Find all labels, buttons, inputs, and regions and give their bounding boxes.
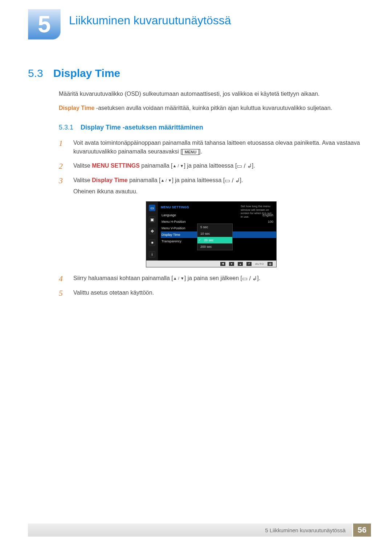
up-down-triangle-icon: ▲ / ▼ — [173, 275, 184, 282]
up-arrow-icon: ▲ — [238, 262, 243, 266]
step-2-body: Valitse MENU SETTINGS painamalla [▲ / ▼]… — [73, 161, 364, 171]
step-2-text-d: ]. — [252, 163, 255, 169]
step-2-text-a: Valitse — [73, 163, 92, 169]
osd-popup-option: 20 sec — [197, 237, 232, 243]
step-4-text-a: Siirry haluamaasi kohtaan painamalla [ — [73, 275, 173, 281]
info-icon: i — [149, 251, 155, 258]
step-4-text-c: ]. — [257, 275, 260, 281]
step-3-text-c: ] ja paina laitteessa [ — [172, 177, 225, 183]
osd-tip: Set how long the menu window will remain… — [241, 205, 274, 218]
step-3-bold: Display Time — [92, 177, 127, 183]
step-3-extra: Oheinen ikkuna avautuu. — [73, 187, 364, 196]
page-footer: 5 Liikkuminen kuvaruutunäytössä 56 — [28, 524, 371, 537]
step-3-text-a: Valitse — [73, 177, 92, 183]
step-number-1: 1 — [59, 139, 66, 157]
osd-popup: 5 sec10 sec20 sec200 sec — [197, 223, 233, 250]
down-arrow-icon: ▼ — [229, 262, 234, 266]
osd-popup-option: 5 sec — [197, 224, 232, 230]
step-1-text-b: ]. — [199, 148, 202, 155]
step-2-text-c: ] ja paina laitteessa [ — [184, 163, 237, 169]
picture-icon: ▣ — [149, 216, 155, 223]
step-number-2: 2 — [59, 161, 66, 171]
monitor-icon: ▭ — [149, 205, 155, 211]
step-number-4: 4 — [59, 274, 66, 283]
step-3-body: Valitse Display Time painamalla [▲ / ▼] … — [73, 176, 364, 196]
osd-screenshot: ▭ ▣ ✥ ✷ i MENU SETTINGS LanguageEnglishM… — [146, 201, 364, 267]
section-title: Display Time — [53, 67, 121, 79]
intro-rest: -asetuksen avulla voidaan määrittää, kui… — [94, 105, 332, 111]
footer-breadcrumb: 5 Liikkuminen kuvaruutunäytössä — [265, 527, 346, 533]
step-2-text-b: painamalla [ — [140, 163, 173, 169]
intro-paragraph-2: Display Time -asetuksen avulla voidaan m… — [59, 104, 364, 113]
step-number-5: 5 — [59, 288, 66, 298]
section-number: 5.3 — [28, 67, 43, 79]
box-enter-icon: ▭ / ↲ — [242, 274, 257, 283]
osd-sidebar: ▭ ▣ ✥ ✷ i — [146, 202, 158, 260]
step-number-3: 3 — [59, 176, 66, 196]
step-5-body: Valittu asetus otetaan käyttöön. — [73, 288, 364, 298]
box-enter-icon: ▭ / ↲ — [225, 176, 240, 185]
chapter-title: Liikkuminen kuvaruutunäytössä — [69, 14, 231, 27]
up-down-triangle-icon: ▲ / ▼ — [160, 177, 172, 184]
step-3-text-d: ]. — [240, 177, 243, 183]
power-icon: ⏻ — [268, 262, 273, 266]
step-4-text-b: ] ja paina sen jälkeen [ — [184, 275, 242, 281]
step-1-text-a: Voit avata toimintonäppäinoppaan painama… — [73, 140, 360, 155]
step-4-body: Siirry haluamaasi kohtaan painamalla [▲ … — [73, 274, 364, 283]
intro-paragraph-1: Määritä kuvaruutuvalikko (OSD) sulkeutum… — [59, 90, 364, 99]
subsection-title: Display Time -asetuksen määrittäminen — [81, 124, 203, 131]
auto-label: AUTO — [255, 262, 264, 266]
gear-icon: ✷ — [149, 239, 155, 246]
left-arrow-icon: ◀ — [220, 262, 225, 266]
up-down-triangle-icon: ▲ / ▼ — [173, 163, 184, 169]
page-number: 56 — [352, 524, 371, 537]
step-2-bold: MENU SETTINGS — [92, 163, 140, 169]
intro-lead-term: Display Time — [59, 105, 94, 111]
subsection-number: 5.3.1 — [59, 124, 73, 131]
chapter-number-badge: 5 — [28, 9, 61, 40]
step-3-text-b: painamalla [ — [128, 177, 161, 183]
step-1-body: Voit avata toimintonäppäinoppaan painama… — [73, 139, 364, 157]
menu-button-pill: MENU — [182, 149, 199, 155]
box-enter-icon: ▭ / ↲ — [237, 162, 252, 171]
move-icon: ✥ — [149, 228, 155, 234]
osd-bottom-bar: ◀ ▼ ▲ ↲ AUTO ⏻ — [146, 260, 276, 267]
osd-popup-option: 200 sec — [197, 243, 232, 250]
enter-icon: ↲ — [246, 262, 252, 266]
osd-popup-option: 10 sec — [197, 230, 232, 237]
